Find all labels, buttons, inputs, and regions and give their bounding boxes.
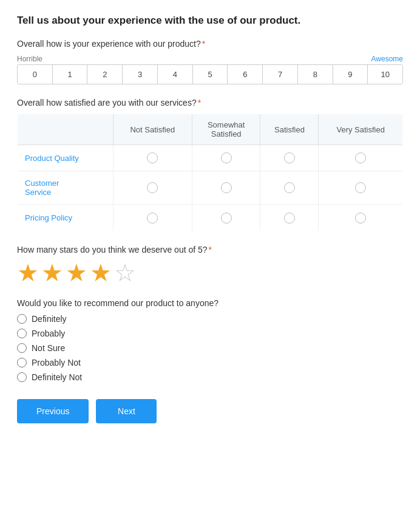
satisfaction-col-empty xyxy=(18,114,113,145)
star-icon[interactable]: ☆ xyxy=(114,261,136,285)
awesome-label: Awesome xyxy=(371,55,403,63)
recommend-option-label: Not Sure xyxy=(32,343,65,353)
recommend-radio[interactable] xyxy=(17,329,27,338)
satisfaction-row: CustomerService xyxy=(18,171,403,205)
radio-circle[interactable] xyxy=(147,182,158,193)
q1-label: Overall how is your experience with our … xyxy=(17,39,403,49)
radio-circle[interactable] xyxy=(355,182,366,193)
radio-circle[interactable] xyxy=(221,182,232,193)
page-title: Tell us about your experience with the u… xyxy=(17,15,403,27)
satisfaction-col-header: Satisfied xyxy=(260,114,319,145)
satisfaction-row-label: Product Quality xyxy=(18,145,113,171)
satisfaction-col-header: Very Satisfied xyxy=(319,114,403,145)
rating-scale-cell[interactable]: 0 xyxy=(18,65,53,84)
recommend-radio[interactable] xyxy=(17,358,27,367)
satisfaction-col-header: SomewhatSatisfied xyxy=(192,114,260,145)
rating-scale-cell[interactable]: 5 xyxy=(193,65,228,84)
recommend-option-label: Probably xyxy=(32,329,65,338)
satisfaction-row-label: Pricing Policy xyxy=(18,205,113,231)
radio-circle[interactable] xyxy=(147,213,158,224)
recommend-radio[interactable] xyxy=(17,343,27,353)
satisfaction-row-label: CustomerService xyxy=(18,171,113,205)
recommend-option-label: Definitely xyxy=(32,314,67,324)
satisfaction-row: Product Quality xyxy=(18,145,403,171)
recommend-option[interactable]: Probably xyxy=(17,329,403,338)
stars-row: ★★★★☆ xyxy=(17,261,403,285)
rating-scale-cell[interactable]: 4 xyxy=(158,65,193,84)
radio-circle[interactable] xyxy=(221,152,232,163)
satisfaction-radio-cell[interactable] xyxy=(260,205,319,231)
satisfaction-radio-cell[interactable] xyxy=(192,171,260,205)
rating-scale-cell[interactable]: 8 xyxy=(298,65,333,84)
q4-container: Would you like to recommend our product … xyxy=(17,298,403,382)
satisfaction-row: Pricing Policy xyxy=(18,205,403,231)
q1-container: Overall how is your experience with our … xyxy=(17,39,403,84)
rating-scale-cell[interactable]: 2 xyxy=(87,65,123,84)
satisfaction-radio-cell[interactable] xyxy=(192,145,260,171)
recommend-option-label: Probably Not xyxy=(32,358,81,367)
recommend-option[interactable]: Definitely xyxy=(17,314,403,324)
satisfaction-col-header: Not Satisfied xyxy=(113,114,192,145)
recommend-options: DefinitelyProbablyNot SureProbably NotDe… xyxy=(17,314,403,382)
rating-scale-cell[interactable]: 10 xyxy=(368,65,402,84)
next-button[interactable]: Next xyxy=(96,399,157,423)
q2-container: Overall how satisfied are you with our s… xyxy=(17,98,403,231)
satisfaction-radio-cell[interactable] xyxy=(260,145,319,171)
rating-scale-cell[interactable]: 9 xyxy=(333,65,368,84)
radio-circle[interactable] xyxy=(284,213,295,224)
radio-circle[interactable] xyxy=(284,152,295,163)
radio-circle[interactable] xyxy=(147,152,158,163)
recommend-radio[interactable] xyxy=(17,372,27,382)
horrible-label: Horrible xyxy=(17,55,42,63)
recommend-option[interactable]: Not Sure xyxy=(17,343,403,353)
star-icon[interactable]: ★ xyxy=(41,261,63,285)
satisfaction-radio-cell[interactable] xyxy=(192,205,260,231)
satisfaction-radio-cell[interactable] xyxy=(113,205,192,231)
recommend-option[interactable]: Probably Not xyxy=(17,358,403,367)
satisfaction-radio-cell[interactable] xyxy=(113,171,192,205)
q3-required: * xyxy=(209,245,212,254)
rating-scale-cell[interactable]: 6 xyxy=(228,65,263,84)
previous-button[interactable]: Previous xyxy=(17,399,89,423)
satisfaction-radio-cell[interactable] xyxy=(319,205,403,231)
rating-labels: Horrible Awesome xyxy=(17,55,403,63)
q2-label: Overall how satisfied are you with our s… xyxy=(17,98,403,108)
star-icon[interactable]: ★ xyxy=(90,261,112,285)
radio-circle[interactable] xyxy=(355,213,366,224)
star-icon[interactable]: ★ xyxy=(17,261,39,285)
q3-label: How many stars do you think we deserve o… xyxy=(17,245,403,254)
radio-circle[interactable] xyxy=(284,182,295,193)
satisfaction-radio-cell[interactable] xyxy=(319,145,403,171)
star-icon[interactable]: ★ xyxy=(66,261,87,285)
rating-scale-cell[interactable]: 3 xyxy=(123,65,158,84)
satisfaction-radio-cell[interactable] xyxy=(260,171,319,205)
satisfaction-radio-cell[interactable] xyxy=(319,171,403,205)
buttons-row: Previous Next xyxy=(17,399,403,423)
recommend-option[interactable]: Definitely Not xyxy=(17,372,403,382)
q2-required: * xyxy=(198,98,201,108)
radio-circle[interactable] xyxy=(355,152,366,163)
rating-scale-cell[interactable]: 1 xyxy=(53,65,88,84)
survey-page: Tell us about your experience with the u… xyxy=(0,0,420,509)
q3-container: How many stars do you think we deserve o… xyxy=(17,245,403,285)
recommend-radio[interactable] xyxy=(17,314,27,324)
rating-scale: 012345678910 xyxy=(17,64,403,84)
satisfaction-radio-cell[interactable] xyxy=(113,145,192,171)
rating-scale-cell[interactable]: 7 xyxy=(263,65,298,84)
radio-circle[interactable] xyxy=(221,213,232,224)
satisfaction-table: Not SatisfiedSomewhatSatisfiedSatisfiedV… xyxy=(17,114,403,231)
q1-required: * xyxy=(202,39,205,49)
q4-label: Would you like to recommend our product … xyxy=(17,298,403,308)
recommend-option-label: Definitely Not xyxy=(32,372,82,382)
